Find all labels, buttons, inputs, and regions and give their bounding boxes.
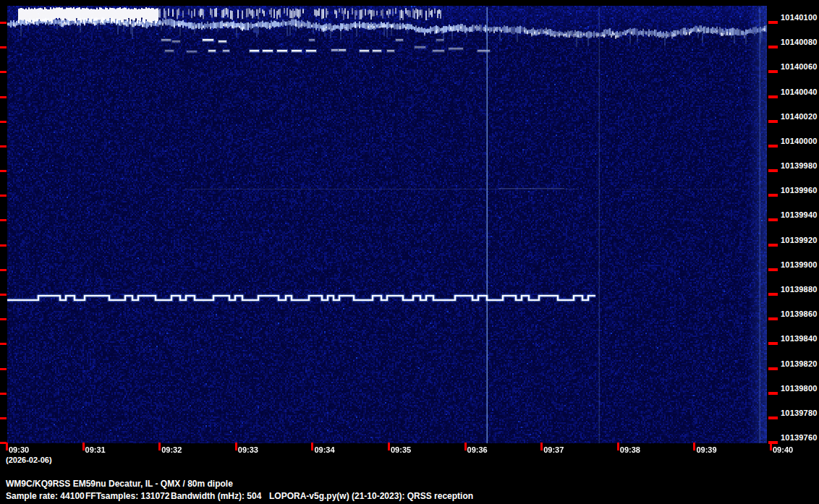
date-label: (2026-02-06): [6, 456, 52, 464]
freq-axis-label: 10140000: [781, 137, 818, 145]
freq-tick-left: [0, 368, 7, 370]
qrss-grabber-screen: 1014010010140080101400601014004010140020…: [0, 0, 819, 504]
freq-tick-left: [0, 96, 7, 98]
freq-tick-right: [768, 317, 778, 320]
freq-axis-label: 10139960: [781, 186, 818, 195]
freq-tick-right: [768, 70, 778, 73]
freq-axis-label: 10139860: [781, 309, 818, 318]
time-axis-label: 09:34: [314, 445, 334, 454]
bandwidth-label: Bandwidth (mHz): 504: [171, 491, 261, 501]
time-tick: [464, 443, 467, 450]
freq-tick-right: [768, 293, 778, 296]
freq-tick-left: [0, 195, 7, 197]
freq-tick-left: [0, 269, 7, 271]
station-info-line: WM9C/KQ9RSS EM59nu Decatur, IL - QMX / 8…: [6, 479, 233, 489]
freq-tick-left: [0, 343, 7, 345]
freq-axis-label: 10139760: [781, 433, 818, 442]
freq-axis-label: 10139840: [781, 334, 818, 343]
time-axis-label: 09:38: [620, 445, 640, 454]
freq-tick-right: [768, 367, 778, 370]
time-tick: [82, 443, 85, 450]
freq-axis-label: 10139780: [781, 409, 818, 417]
freq-axis-label: 10140020: [781, 112, 818, 121]
freq-axis-label: 10139920: [781, 236, 818, 244]
freq-tick-right: [768, 244, 778, 247]
freq-tick-right: [768, 417, 778, 419]
freq-tick-left: [0, 22, 7, 24]
time-tick: [235, 443, 237, 450]
freq-tick-left: [0, 145, 7, 148]
freq-tick-right: [768, 21, 778, 24]
time-axis-label: 09:37: [543, 445, 564, 454]
spectrogram-canvas: [7, 6, 767, 443]
time-axis-label: 09:30: [9, 445, 29, 454]
freq-tick-left: [0, 121, 7, 123]
freq-tick-left: [0, 71, 7, 73]
freq-tick-right: [768, 46, 778, 48]
freq-tick-right: [768, 120, 778, 123]
freq-tick-left: [0, 417, 7, 419]
time-tick: [158, 443, 161, 450]
freq-axis-label: 10140060: [781, 62, 818, 71]
time-axis-label: 09:35: [391, 445, 411, 454]
time-tick: [388, 443, 390, 450]
freq-tick-left: [0, 170, 7, 172]
freq-tick-right: [768, 194, 778, 197]
freq-tick-right: [768, 145, 778, 148]
freq-tick-right: [768, 95, 778, 98]
freq-axis-label: 10139900: [781, 260, 818, 269]
freq-axis-label: 10139980: [781, 161, 818, 170]
freq-tick-right: [768, 392, 778, 395]
freq-axis-label: 10140100: [781, 13, 818, 22]
fft-samples-label: FFTsamples: 131072: [85, 491, 170, 501]
time-axis-label: 09:33: [238, 445, 258, 454]
time-tick: [770, 443, 772, 450]
freq-axis-label: 10139880: [781, 285, 818, 294]
freq-tick-left: [0, 219, 7, 221]
time-tick: [311, 443, 313, 450]
freq-axis-label: 10139940: [781, 210, 818, 219]
time-axis-label: 09:40: [773, 445, 793, 454]
freq-tick-left: [0, 244, 7, 247]
time-axis-label: 09:36: [467, 445, 488, 454]
freq-axis-label: 10140080: [781, 38, 818, 46]
software-version-label: LOPORA-v5g.py(w) (21-10-2023): QRSS rece…: [269, 491, 473, 501]
time-tick: [617, 443, 619, 450]
time-axis-label: 09:39: [696, 445, 716, 454]
freq-tick-left: [0, 294, 7, 296]
sample-rate-label: Sample rate: 44100: [6, 491, 85, 501]
time-axis-label: 09:32: [161, 445, 182, 454]
freq-axis-label: 10139820: [781, 359, 818, 368]
freq-tick-right: [768, 268, 778, 271]
freq-tick-right: [768, 342, 778, 345]
freq-tick-left: [0, 318, 7, 320]
freq-tick-right: [768, 169, 778, 172]
time-tick: [6, 443, 8, 450]
freq-tick-right: [768, 218, 778, 221]
freq-tick-left: [0, 46, 7, 48]
time-tick: [540, 443, 543, 450]
freq-axis-label: 10139800: [781, 384, 818, 393]
freq-axis-label: 10140040: [781, 87, 818, 96]
time-axis-label: 09:31: [85, 445, 106, 454]
time-tick: [693, 443, 695, 450]
freq-tick-left: [0, 393, 7, 395]
